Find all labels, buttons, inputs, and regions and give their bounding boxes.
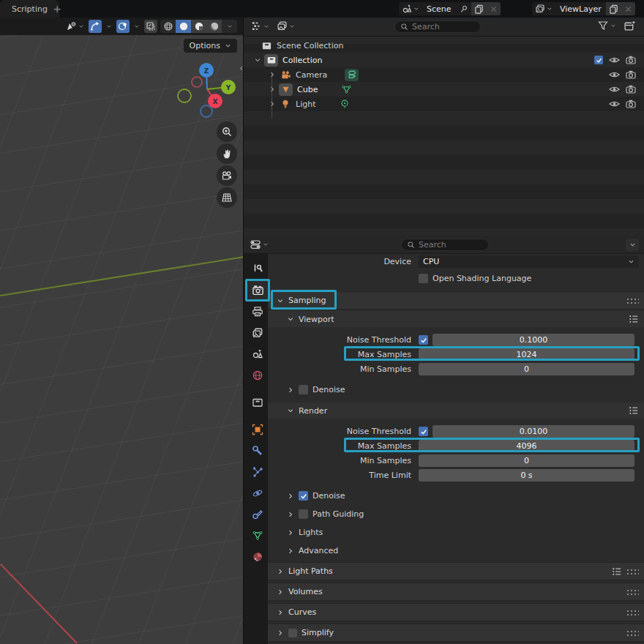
curves-panel-header[interactable]: Curves bbox=[268, 603, 644, 621]
panel-expand-chevron[interactable] bbox=[277, 568, 284, 575]
outliner-row-scene-collection[interactable]: Scene Collection bbox=[244, 38, 644, 53]
pin-icon[interactable] bbox=[456, 2, 471, 15]
panel-drag-grip[interactable] bbox=[626, 610, 639, 615]
panel-expand-chevron[interactable] bbox=[287, 511, 294, 518]
noise-threshold-field[interactable]: 0.0100 bbox=[433, 425, 634, 438]
toggle-ortho-button[interactable] bbox=[217, 187, 237, 208]
presets-icon[interactable] bbox=[629, 315, 639, 323]
shading-rendered-button[interactable] bbox=[206, 20, 222, 33]
options-dropdown[interactable]: Options bbox=[184, 39, 237, 53]
properties-options-chevron[interactable] bbox=[626, 239, 639, 251]
max-samples-field[interactable]: 1024 bbox=[419, 348, 634, 361]
hide-eye-icon[interactable] bbox=[609, 56, 620, 64]
outliner-row-light[interactable]: Light bbox=[244, 97, 644, 111]
tab-modifiers[interactable] bbox=[247, 441, 268, 460]
render-denoise-row[interactable]: Denoise bbox=[287, 490, 644, 502]
pan-button[interactable] bbox=[217, 143, 237, 164]
panel-expand-chevron[interactable] bbox=[287, 529, 294, 536]
simplify-checkbox[interactable] bbox=[288, 629, 297, 637]
panel-expand-chevron[interactable] bbox=[277, 297, 284, 304]
gizmo-minus-y-axis[interactable] bbox=[178, 89, 191, 102]
render-visibility-camera-icon[interactable] bbox=[626, 85, 636, 94]
camera-view-button[interactable] bbox=[217, 165, 237, 186]
hide-eye-icon[interactable] bbox=[609, 70, 620, 79]
viewlayer-remove-button[interactable] bbox=[621, 2, 635, 15]
osl-checkbox[interactable] bbox=[419, 274, 428, 283]
min-samples-field[interactable]: 0 bbox=[419, 454, 634, 467]
path-guiding-checkbox[interactable] bbox=[299, 509, 308, 519]
path-guiding-row[interactable]: Path Guiding bbox=[287, 508, 644, 520]
shading-wireframe-button[interactable] bbox=[160, 20, 176, 33]
expand-chevron-icon[interactable] bbox=[269, 86, 276, 93]
outliner-row-cube[interactable]: Cube bbox=[244, 82, 644, 97]
scene-name[interactable]: Scene bbox=[422, 2, 456, 15]
expand-chevron-icon[interactable] bbox=[254, 56, 261, 64]
outliner-search[interactable] bbox=[394, 20, 481, 33]
gizmo-visibility-dropdown[interactable] bbox=[64, 20, 86, 33]
panel-expand-chevron[interactable] bbox=[277, 609, 284, 616]
noise-threshold-checkbox[interactable] bbox=[419, 427, 428, 436]
tab-output[interactable] bbox=[247, 302, 268, 321]
viewlayer-name[interactable]: ViewLayer bbox=[555, 2, 606, 15]
scene-unlink-button[interactable] bbox=[487, 2, 501, 15]
expand-chevron-icon[interactable] bbox=[269, 100, 276, 108]
panel-expand-chevron[interactable] bbox=[287, 407, 294, 414]
viewlayer-new-copy-button[interactable] bbox=[606, 2, 621, 15]
outliner-row-camera[interactable]: Camera bbox=[244, 67, 644, 82]
gizmo-dropdown-chevron[interactable] bbox=[105, 20, 113, 33]
render-visibility-camera-icon[interactable] bbox=[626, 56, 636, 64]
collection-checkbox[interactable] bbox=[594, 56, 603, 64]
time-limit-field[interactable]: 0 s bbox=[419, 469, 634, 482]
add-workspace-button[interactable]: + bbox=[48, 0, 66, 18]
filter-dropdown[interactable] bbox=[598, 20, 616, 31]
tab-particles[interactable] bbox=[247, 463, 268, 481]
viewport-denoise-checkbox[interactable] bbox=[299, 385, 308, 394]
tab-world[interactable] bbox=[247, 366, 268, 384]
presets-icon[interactable] bbox=[612, 567, 622, 576]
new-collection-button[interactable] bbox=[624, 20, 636, 32]
sampling-render-subheader[interactable]: Render bbox=[268, 402, 644, 419]
hide-eye-icon[interactable] bbox=[609, 85, 620, 94]
show-gizmo-toggle[interactable] bbox=[89, 20, 102, 33]
panel-drag-grip[interactable] bbox=[626, 589, 639, 595]
properties-search-input[interactable] bbox=[419, 240, 477, 250]
render-denoise-checkbox[interactable] bbox=[299, 491, 308, 501]
navigation-gizmo[interactable]: Z Y X bbox=[173, 60, 243, 133]
tab-object-data[interactable] bbox=[247, 526, 268, 544]
outliner-search-input[interactable] bbox=[412, 22, 471, 31]
panel-expand-chevron[interactable] bbox=[287, 386, 294, 394]
sampling-viewport-subheader[interactable]: Viewport bbox=[268, 311, 644, 327]
volumes-panel-header[interactable]: Volumes bbox=[268, 583, 644, 601]
shading-dropdown-chevron[interactable] bbox=[222, 20, 237, 33]
tab-object[interactable] bbox=[247, 420, 268, 438]
hide-eye-icon[interactable] bbox=[609, 100, 620, 108]
panel-expand-chevron[interactable] bbox=[287, 493, 294, 500]
presets-icon[interactable] bbox=[629, 406, 639, 415]
device-dropdown[interactable]: CPU bbox=[419, 255, 639, 268]
panel-expand-chevron[interactable] bbox=[287, 315, 294, 323]
tab-tool[interactable] bbox=[247, 260, 268, 278]
panel-expand-chevron[interactable] bbox=[277, 588, 284, 596]
tab-scene[interactable] bbox=[247, 345, 268, 363]
shading-material-button[interactable] bbox=[191, 20, 206, 33]
tab-view-layer[interactable] bbox=[247, 323, 268, 342]
panel-expand-chevron[interactable] bbox=[287, 547, 294, 555]
outliner-row-collection[interactable]: Collection bbox=[244, 53, 644, 67]
scene-new-copy-button[interactable] bbox=[471, 2, 487, 15]
advanced-row[interactable]: Advanced bbox=[287, 544, 644, 557]
tab-render[interactable] bbox=[247, 281, 268, 299]
simplify-panel-header[interactable]: Simplify bbox=[268, 624, 644, 642]
light-paths-panel-header[interactable]: Light Paths bbox=[268, 562, 644, 580]
tab-constraints[interactable] bbox=[247, 505, 268, 523]
noise-threshold-field[interactable]: 0.1000 bbox=[433, 334, 634, 346]
properties-search[interactable] bbox=[401, 239, 489, 251]
max-samples-field[interactable]: 4096 bbox=[419, 440, 634, 452]
panel-expand-chevron[interactable] bbox=[277, 629, 284, 637]
tab-physics[interactable] bbox=[247, 484, 268, 502]
tab-material[interactable] bbox=[247, 547, 268, 566]
lights-row[interactable]: Lights bbox=[287, 526, 644, 539]
scene-browse-button[interactable] bbox=[399, 2, 422, 15]
overlays-dropdown-chevron[interactable] bbox=[132, 20, 141, 33]
expand-chevron-icon[interactable] bbox=[269, 71, 276, 78]
panel-drag-grip[interactable] bbox=[626, 569, 639, 574]
